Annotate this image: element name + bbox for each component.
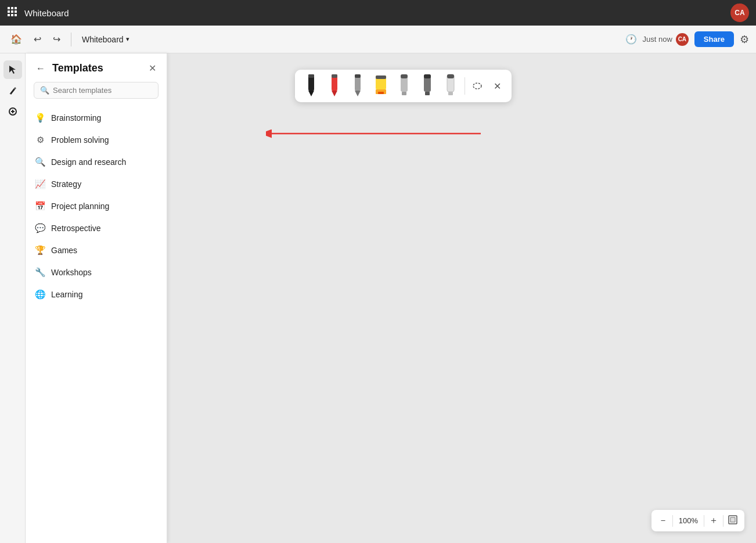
timestamp-area: Just now CA	[643, 33, 689, 46]
pen-tool-button[interactable]	[3, 81, 22, 100]
template-label-learning: Learning	[51, 290, 83, 299]
svg-rect-35	[447, 74, 454, 78]
template-item-workshops[interactable]: 🔧 Workshops	[26, 261, 167, 283]
svg-rect-2	[15, 7, 17, 9]
svg-marker-9	[9, 66, 16, 74]
svg-rect-30	[402, 92, 406, 95]
zoom-out-button[interactable]: －	[656, 512, 670, 529]
template-item-design-research[interactable]: 🔍 Design and research	[26, 151, 167, 173]
chevron-down-icon: ▾	[126, 35, 129, 43]
template-item-strategy[interactable]: 📈 Strategy	[26, 173, 167, 195]
panel-back-button[interactable]: ←	[34, 62, 48, 75]
topbar: Whiteboard CA	[0, 0, 756, 26]
template-label-design-research: Design and research	[51, 157, 126, 167]
board-title-text: Whiteboard	[82, 35, 124, 44]
zoom-divider-3	[723, 515, 723, 527]
template-icon-strategy: 📈	[35, 179, 45, 189]
templates-panel: ← Templates ✕ 🔍 💡 Brainstorming ⚙ Proble…	[26, 53, 167, 543]
select-tool-button[interactable]	[3, 60, 22, 79]
dark-gray-marker-tool[interactable]	[417, 73, 438, 99]
pen-lasso-button[interactable]	[469, 77, 486, 95]
svg-rect-17	[308, 74, 314, 78]
template-item-learning[interactable]: 🌐 Learning	[26, 283, 167, 305]
red-arrow-annotation	[266, 116, 487, 153]
fit-to-screen-button[interactable]	[726, 513, 740, 529]
template-icon-workshops: 🔧	[35, 267, 45, 278]
canvas-area[interactable]: ✕ － 100% ＋	[167, 53, 756, 543]
template-icon-retrospective: 💬	[35, 223, 45, 233]
template-item-problem-solving[interactable]: ⚙ Problem solving	[26, 129, 167, 151]
search-wrapper[interactable]: 🔍	[34, 82, 159, 99]
search-icon: 🔍	[40, 86, 49, 95]
timestamp-text: Just now	[643, 35, 672, 44]
settings-icon[interactable]: ⚙	[740, 33, 749, 46]
redo-button[interactable]: ↪	[49, 31, 64, 47]
svg-rect-4	[11, 10, 13, 13]
pen-divider	[465, 77, 465, 95]
svg-rect-39	[730, 517, 735, 522]
svg-rect-27	[378, 92, 384, 94]
zoom-in-button[interactable]: ＋	[707, 512, 721, 529]
user-avatar[interactable]: CA	[730, 3, 749, 22]
svg-rect-6	[8, 14, 10, 16]
svg-rect-36	[448, 92, 453, 95]
home-button[interactable]: 🏠	[7, 31, 26, 47]
template-icon-problem-solving: ⚙	[35, 135, 45, 145]
svg-rect-0	[8, 7, 10, 9]
svg-rect-33	[425, 92, 430, 95]
svg-rect-3	[8, 10, 10, 13]
svg-rect-23	[355, 74, 361, 78]
zoom-bar: － 100% ＋	[651, 510, 744, 531]
timestamp-avatar: CA	[676, 33, 689, 46]
svg-rect-29	[401, 74, 408, 78]
template-label-games: Games	[51, 246, 77, 255]
toolbar-row: 🏠 ↩ ↪ Whiteboard ▾ 🕐 Just now CA Share ⚙	[0, 26, 756, 53]
template-label-problem-solving: Problem solving	[51, 135, 109, 145]
template-icon-learning: 🌐	[35, 289, 45, 300]
pen-close-button[interactable]: ✕	[488, 77, 506, 95]
add-tool-button[interactable]	[3, 102, 22, 121]
svg-rect-7	[11, 14, 13, 16]
template-item-project-planning[interactable]: 📅 Project planning	[26, 195, 167, 217]
svg-rect-5	[15, 10, 17, 13]
svg-rect-8	[15, 14, 17, 16]
template-item-games[interactable]: 🏆 Games	[26, 239, 167, 261]
eraser-tool[interactable]	[440, 73, 461, 99]
board-title-button[interactable]: Whiteboard ▾	[78, 33, 133, 46]
panel-header: ← Templates ✕	[26, 53, 167, 80]
yellow-highlighter-tool[interactable]	[370, 73, 391, 99]
zoom-divider	[672, 515, 673, 527]
search-input[interactable]	[53, 86, 152, 95]
svg-rect-1	[11, 7, 13, 9]
grid-icon[interactable]	[7, 6, 17, 19]
black-pen-tool[interactable]	[301, 73, 322, 99]
svg-rect-32	[424, 74, 431, 78]
template-item-brainstorming[interactable]: 💡 Brainstorming	[26, 107, 167, 129]
panel-close-button[interactable]: ✕	[146, 62, 159, 75]
app-title: Whiteboard	[24, 8, 730, 18]
toolbar-right: 🕐 Just now CA Share ⚙	[625, 31, 749, 47]
icon-sidebar	[0, 53, 26, 543]
svg-marker-22	[355, 91, 361, 96]
toolbar-separator	[71, 33, 71, 46]
svg-marker-16	[308, 91, 314, 96]
template-label-workshops: Workshops	[51, 268, 92, 277]
main-area: ← Templates ✕ 🔍 💡 Brainstorming ⚙ Proble…	[0, 53, 756, 543]
red-pen-tool[interactable]	[324, 73, 345, 99]
svg-rect-26	[376, 75, 386, 79]
gray-pen-tool[interactable]	[347, 73, 368, 99]
template-icon-design-research: 🔍	[35, 157, 45, 167]
svg-point-37	[473, 83, 481, 89]
template-label-brainstorming: Brainstorming	[51, 113, 101, 123]
svg-rect-20	[332, 74, 337, 78]
panel-title: Templates	[52, 62, 142, 74]
svg-marker-19	[332, 91, 337, 96]
template-list: 💡 Brainstorming ⚙ Problem solving 🔍 Desi…	[26, 105, 167, 543]
undo-button[interactable]: ↩	[30, 31, 45, 47]
light-gray-marker-tool[interactable]	[394, 73, 415, 99]
search-container: 🔍	[26, 80, 167, 105]
template-label-retrospective: Retrospective	[51, 224, 101, 233]
template-label-project-planning: Project planning	[51, 202, 109, 211]
share-button[interactable]: Share	[694, 31, 734, 47]
template-item-retrospective[interactable]: 💬 Retrospective	[26, 217, 167, 239]
